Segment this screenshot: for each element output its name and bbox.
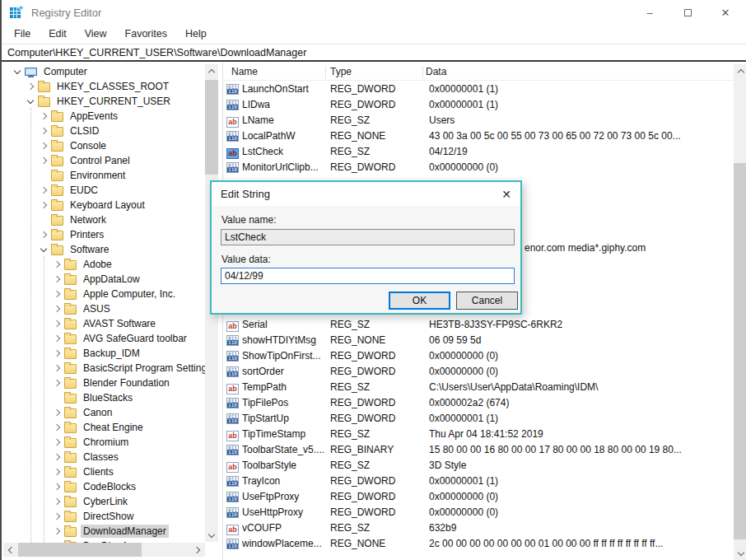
collapse-chevron-icon[interactable]	[25, 100, 36, 103]
column-separator[interactable]	[325, 66, 326, 79]
expand-chevron-icon[interactable]	[51, 499, 63, 504]
tree-item-printers[interactable]: Printers	[3, 227, 205, 242]
tree-item-classes[interactable]: Classes	[3, 450, 205, 464]
registry-value-row-monitorurlclipb[interactable]: 011110MonitorUrlClipb...REG_DWORD0x00000…	[223, 160, 734, 175]
tree-item-cyberlink[interactable]: CyberLink	[3, 494, 205, 509]
expand-chevron-icon[interactable]	[51, 262, 63, 267]
registry-value-row-useftpproxy[interactable]: 011110UseFtpProxyREG_DWORD0x00000000 (0)	[223, 489, 734, 505]
expand-chevron-icon[interactable]	[51, 529, 63, 534]
ok-button[interactable]: OK	[389, 292, 450, 310]
tree-item-apple-computer-inc[interactable]: Apple Computer, Inc.	[3, 287, 205, 301]
tree-item-hkey-current-user[interactable]: HKEY_CURRENT_USER	[3, 94, 205, 109]
scroll-down-button[interactable]	[205, 528, 218, 542]
tree-item-backup-idm[interactable]: Backup_IDM	[3, 346, 205, 361]
column-header-name[interactable]: Name	[231, 66, 258, 77]
registry-value-row-serial[interactable]: abSerialREG_SZHE3TB-8J3SY-FP9SC-6RKR2	[223, 317, 734, 333]
expand-chevron-icon[interactable]	[51, 366, 63, 371]
expand-chevron-icon[interactable]	[51, 425, 63, 430]
scrollbar-thumb[interactable]	[734, 163, 746, 539]
expand-chevron-icon[interactable]	[51, 410, 63, 415]
column-header-type[interactable]: Type	[330, 66, 352, 77]
registry-value-row-lidwa[interactable]: 011110LIDwaREG_DWORD0x00000001 (1)	[223, 97, 734, 113]
tree-item-codeblocks[interactable]: CodeBlocks	[3, 479, 205, 494]
tree-item-hkey-classes-root[interactable]: HKEY_CLASSES_ROOT	[3, 79, 205, 94]
expand-chevron-icon[interactable]	[51, 514, 63, 519]
scrollbar-thumb[interactable]	[18, 543, 142, 557]
tree-item-clients[interactable]: Clients	[3, 464, 205, 479]
scroll-up-button[interactable]	[734, 64, 746, 78]
registry-value-row-showtiponfirst[interactable]: 011110ShowTipOnFirst...REG_DWORD0x000000…	[223, 348, 734, 364]
tree-item-directshow[interactable]: DirectShow	[3, 509, 205, 524]
address-bar[interactable]: Computer\HKEY_CURRENT_USER\Software\Down…	[2, 44, 746, 62]
menu-view[interactable]: View	[76, 25, 116, 44]
expand-chevron-icon[interactable]	[25, 84, 36, 89]
tree-item-appdatalow[interactable]: AppDataLow	[3, 272, 205, 287]
expand-chevron-icon[interactable]	[38, 128, 49, 133]
collapse-chevron-icon[interactable]	[38, 249, 49, 251]
scroll-left-button[interactable]	[3, 543, 17, 557]
registry-value-row-tipstartup[interactable]: 011110TipStartUpREG_DWORD0x00000001 (1)	[223, 411, 734, 427]
tree-item-computer[interactable]: Computer	[3, 64, 205, 79]
registry-value-row-sortorder[interactable]: 011110sortOrderREG_DWORD0x00000000 (0)	[223, 364, 734, 380]
tree-item-chromium[interactable]: Chromium	[3, 435, 205, 450]
collapse-chevron-icon[interactable]	[12, 71, 23, 73]
tree-item-cheat-engine[interactable]: Cheat Engine	[3, 420, 205, 435]
minimize-button[interactable]: –	[631, 0, 669, 25]
expand-chevron-icon[interactable]	[38, 188, 49, 193]
expand-chevron-icon[interactable]	[51, 440, 63, 445]
expand-chevron-icon[interactable]	[38, 203, 49, 208]
column-separator[interactable]	[422, 66, 423, 79]
value-data-field[interactable]	[221, 268, 515, 284]
expand-chevron-icon[interactable]	[51, 306, 63, 311]
scroll-up-button[interactable]	[205, 64, 218, 78]
registry-value-row-trayicon[interactable]: 011110TrayIconREG_DWORD0x00000001 (1)	[223, 474, 734, 489]
registry-value-row-vcoufp[interactable]: abvCOUFPREG_SZ632b9	[223, 520, 734, 536]
expand-chevron-icon[interactable]	[51, 321, 63, 326]
cancel-button[interactable]: Cancel	[456, 292, 518, 310]
registry-value-row-showhtdiytmsg[interactable]: 011110showHTDIYtMsgREG_NONE06 09 59 5d	[223, 333, 734, 348]
expand-chevron-icon[interactable]	[51, 351, 63, 356]
registry-value-row-localpathw[interactable]: 011110LocalPathWREG_NONE43 00 3a 00 5c 0…	[223, 128, 734, 144]
list-vertical-scrollbar[interactable]	[734, 64, 746, 560]
registry-value-row-windowplaceme[interactable]: 011110windowPlaceme...REG_NONE2c 00 00 0…	[223, 536, 734, 552]
tree-item-network[interactable]: Network	[3, 212, 205, 227]
tree-item-downloadmanager[interactable]: DownloadManager	[3, 524, 205, 539]
scrollbar-thumb[interactable]	[205, 80, 218, 175]
expand-chevron-icon[interactable]	[51, 484, 63, 489]
expand-chevron-icon[interactable]	[51, 455, 63, 460]
registry-value-row-toolbarstate-v5[interactable]: 011110ToolbarState_v5....REG_BINARY15 80…	[223, 442, 734, 458]
registry-value-row-temppath[interactable]: abTempPathREG_SZC:\Users\User\AppData\Ro…	[223, 380, 734, 395]
maximize-button[interactable]	[669, 0, 706, 25]
tree-item-avast-software[interactable]: AVAST Software	[3, 316, 205, 331]
expand-chevron-icon[interactable]	[51, 336, 63, 341]
expand-chevron-icon[interactable]	[51, 292, 63, 296]
expand-chevron-icon[interactable]	[51, 469, 63, 474]
tree-item-canon[interactable]: Canon	[3, 405, 205, 420]
tree-item-avg-safeguard-toolbar[interactable]: AVG SafeGuard toolbar	[3, 331, 205, 346]
tree-item-keyboard-layout[interactable]: Keyboard Layout	[3, 198, 205, 212]
tree-item-blender-foundation[interactable]: Blender Foundation	[3, 376, 205, 390]
registry-value-row-tipfilepos[interactable]: 011110TipFilePosREG_DWORD0x000002a2 (674…	[223, 395, 734, 411]
menu-edit[interactable]: Edit	[40, 25, 76, 44]
value-name-field[interactable]	[221, 229, 515, 245]
tree-item-control-panel[interactable]: Control Panel	[3, 153, 205, 168]
menu-help[interactable]: Help	[176, 25, 216, 44]
close-button[interactable]: ✕	[706, 0, 744, 25]
expand-chevron-icon[interactable]	[38, 232, 49, 237]
tree-item-bluestacks[interactable]: BlueStacks	[3, 390, 205, 405]
scroll-down-button[interactable]	[734, 546, 746, 560]
menu-favorites[interactable]: Favorites	[116, 25, 176, 44]
tree-horizontal-scrollbar[interactable]	[3, 543, 205, 557]
registry-value-row-lstcheck[interactable]: abLstCheckREG_SZ04/12/19	[223, 144, 734, 160]
menu-file[interactable]: File	[5, 25, 40, 44]
expand-chevron-icon[interactable]	[51, 380, 63, 385]
registry-value-row-usehttpproxy[interactable]: 011110UseHttpProxyREG_DWORD0x00000000 (0…	[223, 505, 734, 520]
tree-item-software[interactable]: Software	[3, 242, 205, 257]
tree-item-appevents[interactable]: AppEvents	[3, 109, 205, 124]
expand-chevron-icon[interactable]	[51, 277, 63, 282]
expand-chevron-icon[interactable]	[38, 158, 49, 163]
registry-value-row-tiptimestamp[interactable]: abTipTimeStampREG_SZThu Apr 04 18:41:52 …	[223, 427, 734, 442]
tree-item-clsid[interactable]: CLSID	[3, 124, 205, 138]
tree-item-adobe[interactable]: Adobe	[3, 257, 205, 272]
tree-item-eudc[interactable]: EUDC	[3, 183, 205, 198]
